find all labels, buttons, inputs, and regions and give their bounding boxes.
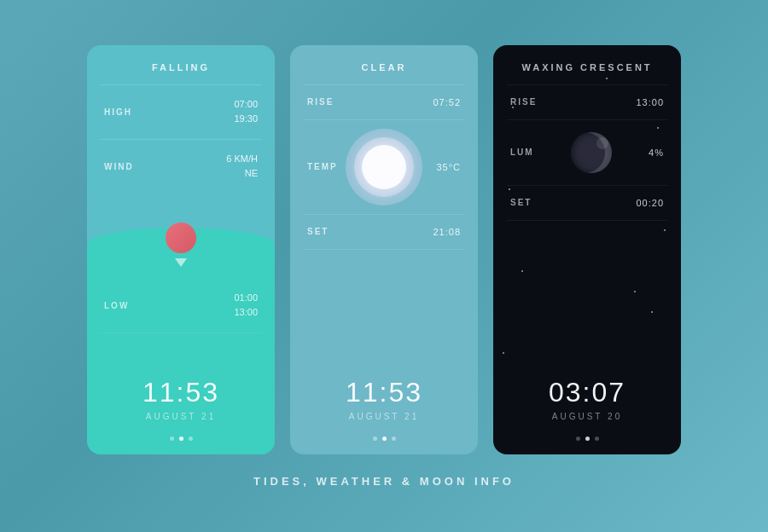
- star-4: [509, 188, 510, 190]
- tides-wind-dir: NE: [226, 166, 258, 182]
- moon-set-label: SET: [510, 198, 532, 207]
- moon-lum-value: 4%: [649, 147, 664, 158]
- moon-divider-3: [507, 185, 667, 186]
- weather-rise-label: RISE: [307, 97, 334, 107]
- moon-set-row: SET 00:20: [493, 186, 681, 220]
- star-7: [651, 311, 653, 313]
- tides-divider-3: [101, 332, 261, 333]
- weather-temp-label: TEMP: [307, 162, 338, 171]
- weather-temp-row: TEMP 35°C: [290, 120, 478, 214]
- tides-high-time: 07:00: [234, 97, 258, 113]
- tides-card: FALLING HIGH 07:00 19:30 WIND 6 KM/H NE: [87, 45, 275, 454]
- cards-container: FALLING HIGH 07:00 19:30 WIND 6 KM/H NE: [87, 45, 681, 454]
- tides-header: FALLING: [87, 45, 275, 84]
- star-2: [606, 78, 608, 79]
- tides-low-time: 01:00: [234, 291, 258, 306]
- weather-dots: [290, 428, 478, 454]
- weather-divider-1: [304, 84, 464, 85]
- sun-inner-circle: [362, 145, 406, 189]
- weather-header: CLEAR: [290, 45, 478, 84]
- weather-temp-value: 35°C: [436, 162, 461, 172]
- weather-set-label: SET: [307, 227, 329, 236]
- moon-lum-row: LUM 4%: [493, 120, 681, 185]
- moon-time-display: 03:07 AUGUST 20: [493, 360, 681, 428]
- tide-sun-icon: [166, 223, 196, 253]
- moon-header: WAXING CRESCENT: [493, 45, 681, 84]
- moon-dot-3: [595, 437, 599, 441]
- weather-rise-time: 07:52: [433, 97, 461, 107]
- star-10: [634, 291, 636, 292]
- tides-divider-1: [101, 84, 261, 85]
- moon-rise-row: RISE 13:00: [493, 85, 681, 119]
- weather-divider-3: [304, 214, 464, 215]
- tides-high-values: 07:00 19:30: [234, 97, 258, 127]
- moon-highlight: [596, 137, 608, 149]
- tides-wind-values: 6 KM/H NE: [226, 152, 258, 182]
- tide-arrow-icon: [175, 258, 187, 267]
- star-6: [521, 270, 523, 272]
- tides-dot-2: [179, 437, 183, 441]
- tides-high-label: HIGH: [104, 107, 132, 117]
- moon-card: WAXING CRESCENT RISE 13:00 LUM 4% SET 00…: [493, 45, 681, 454]
- weather-time: 11:53: [299, 377, 469, 408]
- weather-date: AUGUST 21: [299, 412, 469, 421]
- tides-dot-1: [170, 437, 174, 441]
- moon-rise-label: RISE: [510, 97, 537, 107]
- moon-divider-4: [507, 220, 667, 221]
- tides-dots: [87, 428, 275, 454]
- star-8: [503, 352, 504, 354]
- moon-time: 03:07: [502, 377, 672, 408]
- tides-high-row: HIGH 07:00 19:30: [87, 85, 275, 139]
- tides-low-values: 01:00 13:00: [234, 291, 258, 321]
- tides-date: AUGUST 21: [96, 412, 266, 421]
- tides-time: 11:53: [96, 377, 266, 408]
- moon-set-time: 00:20: [636, 198, 664, 208]
- weather-dot-2: [382, 437, 387, 441]
- tides-low-row: LOW 01:00 13:00: [87, 279, 275, 332]
- tides-wind-speed: 6 KM/H: [226, 152, 258, 167]
- tides-divider-2: [101, 139, 261, 140]
- weather-rise-row: RISE 07:52: [290, 85, 478, 119]
- moon-phase-visual: [571, 132, 612, 173]
- tides-wind-row: WIND 6 KM/H NE: [87, 140, 275, 194]
- tides-dot-3: [189, 437, 193, 441]
- tides-time-display: 11:53 AUGUST 21: [87, 360, 275, 428]
- moon-date: AUGUST 20: [502, 412, 672, 421]
- tides-high-value: 19:30: [234, 112, 258, 127]
- page-title: TIDES, WEATHER & MOON INFO: [253, 475, 515, 488]
- weather-set-row: SET 21:08: [290, 215, 478, 249]
- star-1: [512, 107, 514, 108]
- moon-dot-2: [585, 437, 590, 441]
- tides-low-label: LOW: [104, 301, 129, 310]
- weather-sun-visual: [346, 129, 422, 205]
- weather-set-time: 21:08: [433, 227, 461, 237]
- moon-divider-1: [507, 84, 667, 85]
- moon-dot-1: [576, 437, 580, 441]
- tides-visual: [87, 194, 275, 279]
- weather-dot-1: [373, 437, 377, 441]
- weather-dot-3: [392, 437, 396, 441]
- moon-dots: [493, 428, 681, 454]
- weather-time-display: 11:53 AUGUST 21: [290, 360, 478, 428]
- moon-lum-label: LUM: [510, 147, 534, 157]
- tides-low-value: 13:00: [234, 305, 258, 321]
- weather-card: CLEAR RISE 07:52 TEMP 35°C SET 21:08 11:…: [290, 45, 478, 454]
- moon-rise-time: 13:00: [636, 97, 664, 107]
- tides-wind-label: WIND: [104, 162, 134, 171]
- weather-divider-4: [304, 249, 464, 250]
